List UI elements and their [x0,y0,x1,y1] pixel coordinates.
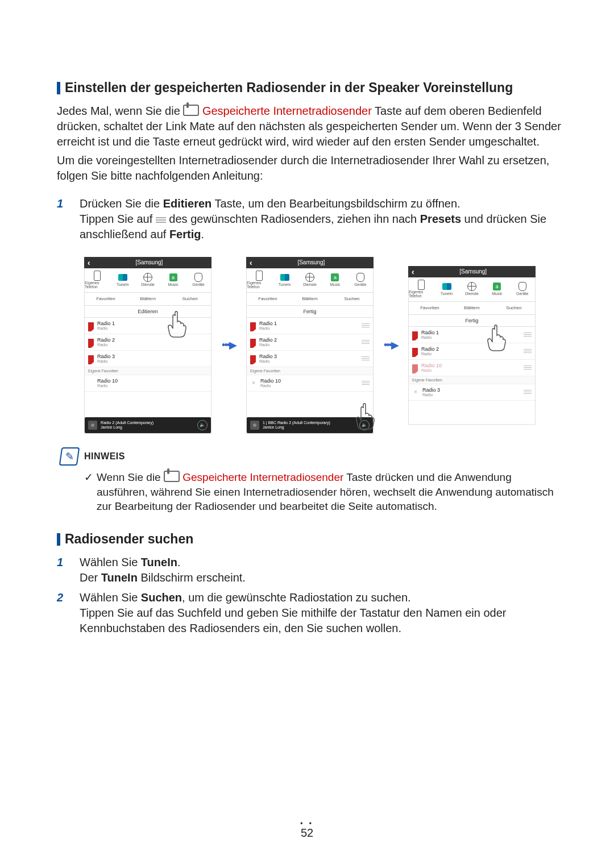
tunein-icon [118,274,127,281]
amazon-icon: a [331,273,339,281]
station-row-3-own[interactable]: × Radio 3Radio [409,384,535,401]
preset-flag-icon [412,364,418,371]
document-page: Einstellen der gespeicherten Radiosender… [0,0,614,868]
station-sub: Radio [421,335,520,339]
speaker-icon[interactable] [197,420,208,430]
preset-flag-icon [88,322,94,329]
drag-handle-icon[interactable] [524,390,532,394]
station-name: Radio 2 [421,346,520,352]
label: Eigenes Telefon [247,281,272,289]
text-bold: Presets [420,213,461,225]
nav-music[interactable]: aMusic [160,268,185,292]
station-sub: Radio [97,384,208,388]
drag-handle-icon[interactable] [362,381,370,385]
tab-blaettern[interactable]: Blättern [127,293,169,305]
np-title: 1 | BBC Radio 2 (Adult Contemporary) [263,421,356,425]
drag-handle-icon[interactable] [362,340,370,344]
step-body: Wählen Sie TuneIn. Der TuneIn Bildschirm… [80,555,563,585]
station-row-1[interactable]: Radio 1Radio [85,318,211,334]
nav-music[interactable]: aMusic [322,268,347,292]
hinweis-label: HINWEIS [84,451,125,462]
done-button[interactable]: Fertig [247,306,373,318]
text: Wenn Sie die [97,471,164,483]
nav-dienste[interactable]: Dienste [135,268,160,292]
nav-tunein[interactable]: TuneIn [434,277,459,301]
drag-handle-icon[interactable] [362,323,370,327]
text-bold: Editieren [163,197,212,210]
station-sub: Radio [422,393,520,397]
now-playing-bar[interactable]: 1 | BBC Radio 2 (Adult Contemporary)Jani… [247,417,373,433]
now-playing-bar[interactable]: Radio 2 (Adult Contemporary)Janice Long [85,417,211,433]
tab-blaettern[interactable]: Blättern [289,293,331,305]
globe-icon [305,273,314,282]
note-pencil-icon [59,447,80,466]
label: Music [330,283,340,286]
text-bold: Fertig [169,228,201,240]
nav-geraete[interactable]: Geräte [510,277,535,301]
screenshot-3: ‹ [Samsung] Eigenes Telefon TuneIn Diens… [408,266,536,425]
nav-own-phone[interactable]: Eigenes Telefon [409,277,434,301]
tab-blaettern[interactable]: Blättern [451,302,493,314]
text-bold: Suchen [141,591,182,604]
speaker-icon[interactable] [359,420,370,430]
album-art-icon [250,421,259,430]
nav-music[interactable]: aMusic [484,277,509,301]
drag-handle-icon[interactable] [524,366,532,369]
flow-arrow-icon: •••▶ [222,339,236,351]
nav-tunein[interactable]: TuneIn [272,268,297,292]
np-subtitle: Janice Long [101,425,194,430]
station-name: Radio 1 [97,321,208,326]
nav-own-phone[interactable]: Eigenes Telefon [85,268,110,292]
screenshot-2: ‹ [Samsung] Eigenes Telefon TuneIn Diens… [246,257,374,434]
text: Bildschirm erscheint. [138,571,246,584]
tab-suchen[interactable]: Suchen [493,302,535,314]
tab-suchen[interactable]: Suchen [169,293,211,305]
nav-own-phone[interactable]: Eigenes Telefon [247,268,272,292]
station-sub: Radio [97,326,208,330]
label: TuneIn [441,292,453,296]
drag-handle-icon[interactable] [524,349,532,353]
label: TuneIn [279,283,291,286]
station-row-1[interactable]: Radio 1Radio [409,327,535,343]
station-row-2[interactable]: Radio 2Radio [247,334,373,351]
phone-icon [256,271,263,281]
station-row-3[interactable]: Radio 3Radio [85,351,211,367]
tab-favoriten[interactable]: Favoriten [247,293,289,305]
nav-dienste[interactable]: Dienste [297,268,322,292]
station-row-3[interactable]: Radio 3Radio [247,351,373,367]
remove-icon[interactable]: × [412,389,419,396]
tab-favoriten[interactable]: Favoriten [85,293,127,305]
preset-flag-icon [412,331,418,338]
tab-suchen[interactable]: Suchen [331,293,373,305]
step-body: Drücken Sie die Editieren Taste, um den … [80,196,563,242]
done-button[interactable]: Fertig [409,315,535,327]
station-row-2[interactable]: Radio 2Radio [409,343,535,360]
album-art-icon [88,421,97,430]
intro-paragraph-1: Jedes Mal, wenn Sie die Gespeicherte Int… [57,103,563,149]
text: Drücken Sie die [80,197,163,210]
station-row-1[interactable]: Radio 1Radio [247,318,373,334]
nav-geraete[interactable]: Geräte [186,268,211,292]
device-icon [194,273,202,282]
section-label-own-favs: Eigene Favoriten [85,367,211,375]
search-step-1: 1 Wählen Sie TuneIn. Der TuneIn Bildschi… [57,555,563,585]
station-row-10-moved[interactable]: Radio 10Radio [409,360,535,376]
station-sub: Radio [97,343,208,347]
source-nav: Eigenes Telefon TuneIn Dienste aMusic Ge… [247,268,373,293]
station-name: Radio 10 [97,378,208,384]
amazon-icon: a [169,273,177,281]
nav-geraete[interactable]: Geräte [348,268,373,292]
station-row-2[interactable]: Radio 2Radio [85,334,211,351]
drag-handle-icon[interactable] [524,333,532,337]
label: Music [168,283,178,286]
device-icon [356,273,364,282]
nav-dienste[interactable]: Dienste [459,277,484,301]
drag-handle-icon[interactable] [362,356,370,360]
tab-favoriten[interactable]: Favoriten [409,302,451,314]
edit-button[interactable]: Editieren [85,306,211,318]
remove-icon[interactable]: × [250,380,257,387]
nav-tunein[interactable]: TuneIn [110,268,135,292]
station-row-10[interactable]: × Radio 10Radio [247,375,373,392]
station-row-10[interactable]: Radio 10Radio [85,375,211,392]
station-name: Radio 1 [421,330,520,335]
